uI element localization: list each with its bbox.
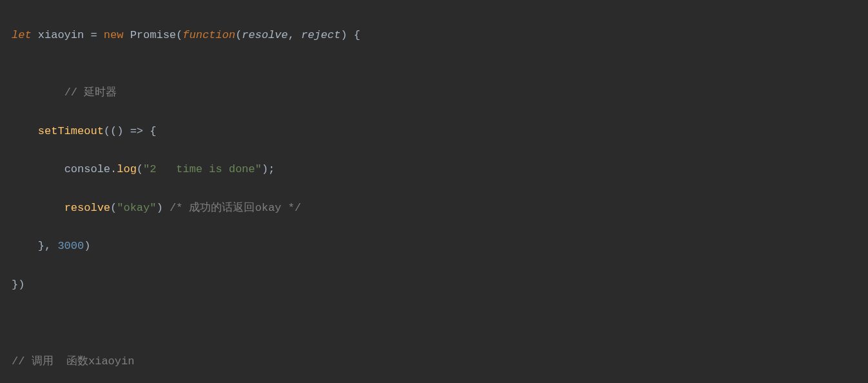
space — [347, 29, 353, 41]
code-line: setTimeout(() => { — [12, 122, 868, 141]
indent — [12, 86, 64, 99]
arrow: => — [130, 125, 143, 137]
string: "2 time is done" — [143, 163, 262, 175]
paren: ( — [235, 29, 242, 41]
brace: { — [354, 29, 360, 41]
comment: // 调用 函数xiaoyin — [12, 355, 134, 368]
log-method: log — [117, 163, 137, 175]
comment: // 延时器 — [64, 86, 117, 99]
code-line: }, 3000) — [12, 237, 868, 256]
paren: ) — [262, 163, 268, 175]
identifier: xiaoyin — [38, 29, 84, 41]
paren: ( — [110, 202, 117, 214]
dot: . — [110, 163, 117, 175]
param-resolve: resolve — [242, 29, 288, 41]
string: "okay" — [117, 202, 156, 214]
space — [163, 202, 170, 214]
paren: ( — [137, 163, 143, 175]
indent — [12, 240, 38, 252]
fn-settimeout: setTimeout — [38, 125, 104, 137]
class-name: Promise — [130, 29, 176, 41]
keyword-function: function — [182, 29, 235, 41]
code-editor[interactable]: let xiaoyin = new Promise(function(resol… — [0, 0, 868, 383]
paren: ) — [156, 202, 163, 214]
paren: (() — [104, 125, 130, 137]
indent — [12, 202, 64, 214]
comma: , — [288, 29, 301, 41]
paren: ( — [176, 29, 182, 41]
code-line: // 调用 函数xiaoyin — [12, 352, 868, 371]
semicolon: ; — [268, 163, 275, 175]
comma: , — [44, 240, 57, 252]
brace: { — [150, 125, 156, 137]
code-line: // 延时器 — [12, 83, 868, 103]
console-obj: console — [64, 163, 110, 175]
brace: } — [38, 240, 44, 252]
param-reject: reject — [301, 29, 340, 41]
code-line: let xiaoyin = new Promise(function(resol… — [12, 26, 868, 45]
code-line: resolve("okay") /* 成功的话返回okay */ — [12, 199, 868, 218]
space — [143, 125, 150, 137]
brace: }) — [12, 279, 25, 291]
indent — [12, 163, 64, 175]
operator: = — [84, 29, 104, 41]
paren: ) — [340, 29, 347, 41]
code-line: console.log("2 time is done"); — [12, 160, 868, 179]
fn-resolve: resolve — [64, 202, 110, 214]
number: 3000 — [57, 240, 84, 252]
paren: ) — [84, 240, 90, 252]
keyword-let: let — [12, 29, 38, 41]
indent — [12, 125, 38, 137]
keyword-new: new — [104, 29, 130, 41]
comment: /* 成功的话返回okay */ — [170, 202, 301, 214]
code-line: }) — [12, 275, 868, 295]
